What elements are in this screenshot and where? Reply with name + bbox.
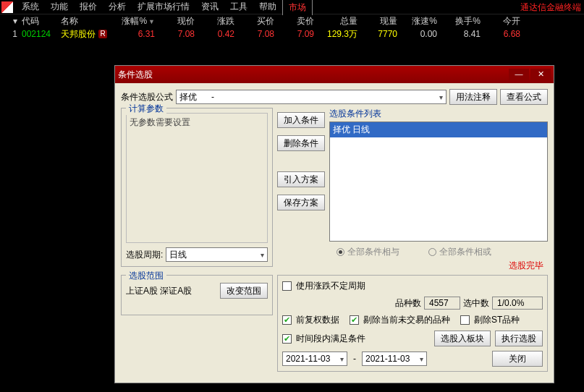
cell-vol: 129.3万 — [314, 28, 357, 41]
period-label: 选股周期: — [126, 249, 163, 261]
cell-pct: 6.31 — [111, 29, 155, 39]
titlebar[interactable]: 条件选股 — ✕ — [115, 66, 554, 83]
chevron-down-icon: ▾ — [420, 355, 423, 363]
col-chg[interactable]: 涨跌 — [195, 15, 234, 27]
table-row[interactable]: 1 002124 天邦股份 R 6.31 7.08 0.42 7.08 7.09… — [0, 27, 584, 41]
checkbox-timerange[interactable] — [282, 334, 292, 344]
col-turn[interactable]: 换手% — [437, 15, 481, 27]
date-from[interactable]: 2021-11-03 ▾ — [282, 351, 347, 366]
minimize-icon[interactable]: — — [509, 69, 529, 80]
formula-combo[interactable]: 择优 - ▾ — [176, 90, 447, 104]
menu-tools[interactable]: 工具 — [224, 0, 253, 14]
chevron-down-icon: ▾ — [340, 355, 344, 363]
col-spacer: ▾ — [3, 16, 17, 26]
brand-label: 通达信金融终端 — [520, 1, 581, 14]
ck-time-label: 时间段内满足条件 — [296, 333, 365, 345]
date-sep: - — [353, 354, 356, 364]
date-from-value: 2021-11-03 — [286, 354, 330, 364]
list-item[interactable]: 择优 日线 — [330, 122, 547, 137]
cell-name: 天邦股份 R — [61, 28, 111, 41]
checkbox-fq[interactable] — [282, 315, 292, 325]
cell-turn: 8.41 — [437, 29, 481, 39]
col-speed[interactable]: 涨速% — [397, 15, 437, 27]
col-cur[interactable]: 现量 — [357, 15, 397, 27]
col-open[interactable]: 今开 — [481, 15, 520, 27]
cell-ask: 7.09 — [274, 29, 314, 39]
col-ask[interactable]: 卖价 — [274, 15, 314, 27]
menu-function[interactable]: 功能 — [45, 0, 74, 14]
col-vol[interactable]: 总量 — [314, 15, 357, 27]
stat-hit-value: 1/0.0% — [492, 297, 543, 310]
vertical-buttons: 加入条件 删除条件 引入方案 保存方案 — [277, 108, 325, 272]
app-logo — [1, 1, 13, 13]
calc-text: 无参数需要设置 — [126, 113, 268, 243]
col-code[interactable]: 代码 — [17, 15, 61, 27]
menu-quote[interactable]: 报价 — [74, 0, 103, 14]
col-pct[interactable]: 涨幅% — [111, 15, 155, 27]
date-to-value: 2021-11-03 — [365, 354, 410, 364]
period-combo[interactable]: 日线 ▾ — [166, 247, 268, 262]
cell-code: 002124 — [17, 29, 61, 39]
add-condition-button[interactable]: 加入条件 — [277, 112, 325, 128]
menu-ext-market[interactable]: 扩展市场行情 — [132, 0, 195, 14]
ck-ex-nontrade-label: 剔除当前未交易的品种 — [363, 314, 450, 326]
cell-name-text: 天邦股份 — [61, 28, 96, 41]
list-legend: 选股条件列表 — [329, 108, 548, 120]
view-formula-button[interactable]: 查看公式 — [500, 89, 548, 105]
cell-cur: 7770 — [357, 29, 397, 39]
condition-listbox[interactable]: 择优 日线 — [329, 122, 548, 242]
dialog-title: 条件选股 — [118, 69, 153, 81]
import-plan-button[interactable]: 引入方案 — [277, 171, 325, 187]
menu-system[interactable]: 系统 — [16, 0, 45, 14]
condition-stock-dialog: 条件选股 — ✕ 条件选股公式 择优 - ▾ 用法注释 查看公式 计算参数 无参… — [114, 65, 554, 383]
cell-speed: 0.00 — [397, 29, 437, 39]
formula-value: 择优 — [179, 91, 197, 103]
delete-condition-button[interactable]: 删除条件 — [277, 135, 325, 151]
scope-legend: 选股范围 — [126, 270, 166, 282]
ck-fq-label: 前复权数据 — [296, 314, 339, 326]
run-select-button[interactable]: 执行选股 — [495, 331, 543, 346]
options-panel: 使用涨跌不定周期 品种数 4557 选中数 1/0.0% 前复权数据 剔除当前未… — [277, 275, 548, 372]
menubar: 系统 功能 报价 分析 扩展市场行情 资讯 工具 帮助 市场 — [0, 0, 584, 14]
status-done: 选股完毕 — [329, 260, 543, 272]
ck-irregular-label: 使用涨跌不定周期 — [296, 280, 365, 292]
cell-chg: 0.42 — [195, 29, 234, 39]
col-price[interactable]: 现价 — [155, 15, 195, 27]
usage-button[interactable]: 用法注释 — [449, 89, 497, 105]
stat-count-label: 品种数 — [395, 297, 421, 310]
menu-news[interactable]: 资讯 — [195, 0, 224, 14]
menu-help[interactable]: 帮助 — [253, 0, 282, 14]
formula-sep: - — [211, 92, 214, 102]
menu-market[interactable]: 市场 — [282, 0, 313, 15]
radio-or[interactable]: 全部条件相或 — [428, 246, 491, 258]
chevron-down-icon: ▾ — [261, 251, 264, 259]
r-badge: R — [98, 30, 107, 38]
calc-legend: 计算参数 — [126, 103, 166, 115]
calc-params-fieldset: 计算参数 无参数需要设置 选股周期: 日线 ▾ — [121, 108, 273, 267]
cell-price: 7.08 — [155, 29, 195, 39]
period-value: 日线 — [169, 249, 187, 261]
checkbox-ex-nontrade[interactable] — [350, 315, 359, 325]
col-bid[interactable]: 买价 — [234, 15, 274, 27]
row-index: 1 — [3, 29, 17, 39]
save-plan-button[interactable]: 保存方案 — [277, 195, 325, 210]
menu-analysis[interactable]: 分析 — [103, 0, 132, 14]
date-to[interactable]: 2021-11-03 ▾ — [362, 351, 427, 366]
column-header-row: ▾ 代码 名称 涨幅% 现价 涨跌 买价 卖价 总量 现量 涨速% 换手% 今开 — [0, 14, 584, 27]
close-icon[interactable]: ✕ — [530, 69, 551, 80]
to-block-button[interactable]: 选股入板块 — [434, 331, 491, 346]
cell-open: 6.68 — [481, 29, 520, 39]
checkbox-ex-st[interactable] — [460, 315, 470, 325]
change-scope-button[interactable]: 改变范围 — [220, 283, 268, 299]
chevron-down-icon: ▾ — [439, 93, 443, 101]
close-button[interactable]: 关闭 — [492, 351, 543, 367]
radio-and-label: 全部条件相与 — [347, 246, 399, 258]
col-name[interactable]: 名称 — [61, 15, 111, 27]
radio-and[interactable]: 全部条件相与 — [337, 246, 399, 258]
formula-label: 条件选股公式 — [121, 91, 173, 103]
scope-text: 上证A股 深证A股 — [126, 285, 192, 297]
ck-ex-st-label: 剔除ST品种 — [474, 314, 520, 326]
radio-or-label: 全部条件相或 — [439, 246, 491, 258]
scope-fieldset: 选股范围 上证A股 深证A股 改变范围 — [121, 275, 273, 315]
checkbox-irregular[interactable] — [282, 281, 292, 291]
